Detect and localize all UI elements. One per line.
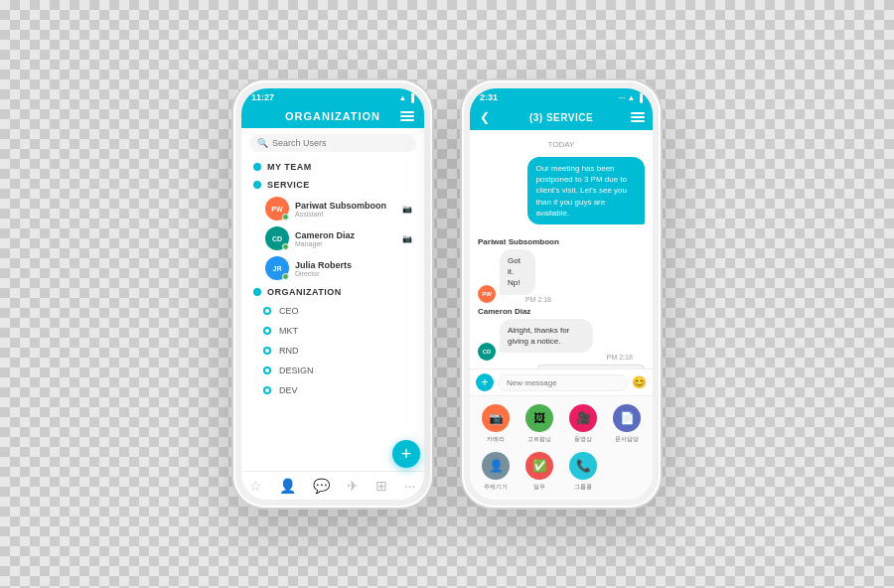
- user-item-julia[interactable]: JR Julia Roberts Director: [245, 253, 420, 283]
- nav-contacts[interactable]: 👤: [279, 478, 296, 494]
- mkt-label: MKT: [279, 326, 298, 336]
- user-name-julia: Julia Roberts: [295, 260, 412, 270]
- message-input[interactable]: [498, 374, 628, 391]
- time-2: 2:31: [480, 92, 498, 102]
- my-team-label: MY TEAM: [267, 162, 312, 172]
- org-list: MY TEAM SERVICE PW Pariwat Subsomboon As…: [241, 158, 424, 471]
- gallery-icon: 🖼: [525, 404, 553, 432]
- action-gallery[interactable]: 🖼 고르팝닝: [522, 404, 557, 444]
- nav-favorites[interactable]: ☆: [249, 478, 262, 494]
- avatar-mini-pariwat: PW: [478, 285, 496, 303]
- org-item-rnd[interactable]: RND: [245, 341, 420, 361]
- attach-button[interactable]: +: [476, 373, 494, 391]
- nav-more[interactable]: ···: [404, 478, 416, 494]
- action-grid: 📷 카메라 🖼 고르팝닝 🎥 동영상 📄 문서담당 👤 주제기기 ✅ 일무: [470, 395, 653, 500]
- search-bar: 🔍: [249, 134, 416, 152]
- my-team-section: MY TEAM: [245, 158, 420, 176]
- user-info-cameron: Cameron Diaz Manager: [295, 230, 396, 247]
- received-bubble-pariwat: Got it. Np!: [500, 249, 535, 295]
- dev-dot: [263, 386, 271, 394]
- phone-1: 11:27 ▲ ▐ ORGANIZATION 🔍 MY TEAM: [233, 80, 432, 508]
- avatar-julia: JR: [265, 256, 289, 280]
- star-icon: ☆: [249, 478, 262, 494]
- user-info-julia: Julia Roberts Director: [295, 260, 412, 277]
- video-icon: 🎥: [569, 404, 597, 432]
- action-contact[interactable]: 👤 주제기기: [478, 452, 514, 492]
- chat-body: TODAY Our meeting has been postponed to …: [470, 130, 653, 368]
- avatar-pariwat: PW: [265, 197, 289, 220]
- action-video[interactable]: 🎥 동영상: [565, 404, 601, 444]
- nav-apps[interactable]: ⊞: [375, 478, 387, 494]
- contact-icon: 👤: [482, 452, 510, 480]
- status-bar-2: 2:31 ··· ▲ ▐: [470, 88, 653, 104]
- service-dot: [253, 181, 261, 189]
- sender-cameron: Cameron Diaz: [478, 307, 645, 316]
- user-info-pariwat: Pariwat Subsomboon Assistant: [295, 201, 396, 218]
- task-icon: ✅: [525, 452, 553, 480]
- service-label: SERVICE: [267, 180, 310, 190]
- gallery-label: 고르팝닝: [527, 435, 551, 444]
- msg-pariwat: PW Got it. Np! PM 2:18: [478, 249, 645, 303]
- user-item-cameron[interactable]: CD Cameron Diaz Manager 📷: [245, 223, 420, 253]
- emoji-button[interactable]: 😊: [632, 375, 647, 389]
- action-groupcall[interactable]: 📞 그룹콜: [565, 452, 601, 492]
- wifi-icon-2: ▲: [627, 93, 635, 102]
- groupcall-icon: 📞: [569, 452, 597, 480]
- grid-icon: ⊞: [375, 478, 387, 494]
- sent-bubble-1: Our meeting has been postponed to 3 PM d…: [527, 157, 645, 224]
- task-label: 일무: [533, 483, 545, 492]
- org-title: ORGANIZATION: [265, 110, 400, 122]
- received-bubble-cameron: Alright, thanks for giving a notice.: [500, 319, 593, 353]
- chat-title: (3) SERVICE: [496, 112, 627, 123]
- status-icons-1: ▲ ▐: [398, 93, 414, 102]
- design-label: DESIGN: [279, 366, 314, 375]
- chat-header: ❮ (3) SERVICE: [470, 104, 653, 130]
- org-item-design[interactable]: DESIGN: [245, 361, 420, 380]
- file-label: 문서담당: [615, 435, 639, 444]
- more-icon: ···: [404, 478, 416, 494]
- action-file[interactable]: 📄 문서담당: [609, 404, 645, 444]
- hamburger-menu-2[interactable]: [631, 112, 645, 122]
- user-role-pariwat: Assistant: [295, 211, 396, 218]
- service-section: SERVICE: [245, 176, 420, 194]
- dots-icon: ···: [619, 93, 626, 102]
- sender-pariwat: Pariwat Subsomboon: [478, 237, 645, 246]
- message-input-area: + 😊: [470, 368, 653, 395]
- action-camera[interactable]: 📷 카메라: [478, 404, 514, 444]
- nav-chat[interactable]: 💬: [313, 478, 330, 494]
- user-name-pariwat: Pariwat Subsomboon: [295, 201, 396, 211]
- org-item-ceo[interactable]: CEO: [245, 301, 420, 321]
- received-time-cameron: PM 2:18: [500, 354, 633, 361]
- status-bar-1: 11:27 ▲ ▐: [241, 88, 424, 104]
- action-task[interactable]: ✅ 일무: [522, 452, 557, 492]
- received-time-pariwat: PM 2:18: [500, 296, 551, 303]
- file-icon: 📄: [613, 404, 641, 432]
- video-label: 동영상: [574, 435, 592, 444]
- ceo-label: CEO: [279, 306, 299, 316]
- back-button[interactable]: ❮: [478, 110, 492, 124]
- user-item-pariwat[interactable]: PW Pariwat Subsomboon Assistant 📷: [245, 194, 420, 223]
- contact-label: 주제기기: [484, 483, 508, 492]
- camera-icon: 📷: [482, 404, 510, 432]
- fab-button[interactable]: +: [392, 440, 420, 468]
- search-input[interactable]: [272, 138, 408, 148]
- user-role-cameron: Manager: [295, 240, 396, 247]
- date-label: TODAY: [478, 140, 645, 149]
- rnd-label: RND: [279, 346, 299, 356]
- org-item-dev[interactable]: DEV: [245, 380, 420, 400]
- avatar-cameron: CD: [265, 226, 289, 250]
- org-item-mkt[interactable]: MKT: [245, 321, 420, 341]
- bottom-nav-1: ☆ 👤 💬 ✈ ⊞ ···: [241, 471, 424, 500]
- user-name-cameron: Cameron Diaz: [295, 230, 396, 240]
- nav-send[interactable]: ✈: [347, 478, 359, 494]
- org-section-label: ORGANIZATION: [267, 287, 342, 297]
- organization-section: ORGANIZATION: [245, 283, 420, 301]
- phone-2: 2:31 ··· ▲ ▐ ❮ (3) SERVICE TODAY Our mee…: [462, 80, 661, 508]
- battery-icon: ▐: [408, 93, 414, 102]
- hamburger-menu-1[interactable]: [400, 111, 414, 121]
- status-icons-2: ··· ▲ ▐: [619, 93, 643, 102]
- person-icon: 👤: [279, 478, 296, 494]
- avatar-mini-cameron: CD: [478, 343, 496, 361]
- chat-icon: 💬: [313, 478, 330, 494]
- battery-icon-2: ▐: [637, 93, 643, 102]
